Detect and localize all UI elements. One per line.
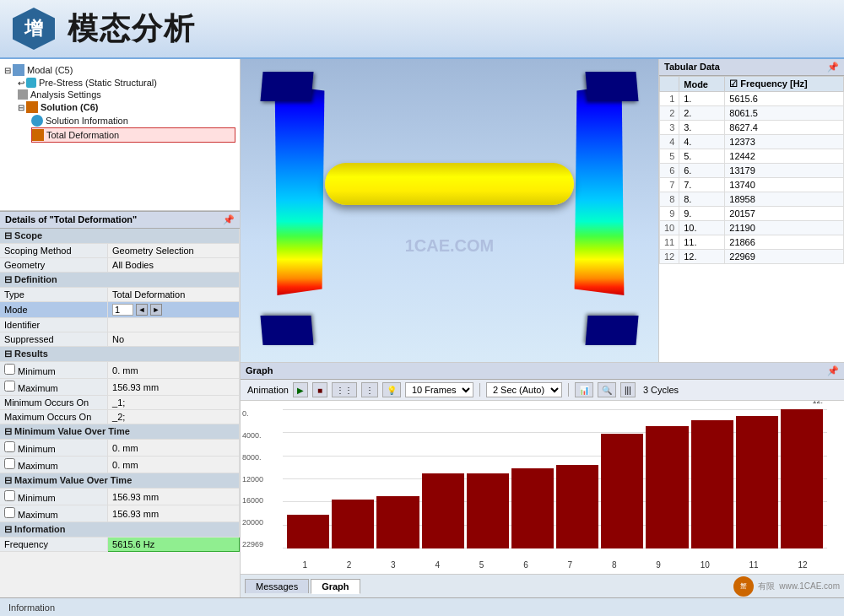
label-geometry: Geometry	[0, 258, 108, 273]
tabular-data-panel: Tabular Data 📌 Mode ☑ Frequency [Hz] 11.…	[658, 59, 844, 362]
tree-label-modal: Modal (C5)	[27, 65, 73, 75]
row-frequency: Frequency 5615.6 Hz	[0, 538, 240, 552]
peaks-btn[interactable]: |||	[620, 382, 636, 397]
graph-pin-icon: 📌	[827, 365, 839, 376]
value-type: Total Deformation	[108, 288, 240, 302]
header-hex-label: 增	[24, 16, 43, 41]
header-hex-icon: 增	[13, 8, 55, 50]
row-freq: 5615.6	[725, 92, 844, 106]
mintime-min-checkbox[interactable]	[4, 441, 15, 452]
x-label-2: 2	[347, 560, 352, 570]
tree-item-solution-info[interactable]: Solution Information	[31, 114, 235, 127]
minimum-checkbox[interactable]	[4, 364, 15, 375]
tree-item-solution[interactable]: ⊟ Solution (C6)	[18, 100, 235, 114]
tab-messages[interactable]: Messages	[245, 579, 309, 593]
row-mode: 3.	[679, 121, 725, 135]
viewport-3d[interactable]: 1CAE.COM	[241, 59, 658, 362]
row-freq: 12373	[725, 135, 844, 149]
row-mode: 5.	[679, 149, 725, 164]
x-label-7: 7	[568, 560, 573, 570]
label-maxtime-min: Minimum	[0, 489, 108, 505]
sec-select[interactable]: 2 Sec (Auto) 1 Sec 3 Sec	[486, 382, 562, 397]
row-mode: 12.	[679, 250, 725, 264]
mode-next-btn[interactable]: ►	[150, 304, 162, 316]
row-freq: 13740	[725, 178, 844, 192]
tree-item-total-deform[interactable]: Total Deformation	[31, 127, 235, 143]
block-tl	[260, 72, 313, 101]
tabular-row: 22.8061.5	[660, 106, 844, 121]
watermark-text2: www.1CAE.com	[779, 581, 840, 591]
frames-select[interactable]: 10 Frames 5 Frames 20 Frames	[405, 382, 473, 397]
y-label-max: 22969	[242, 540, 283, 548]
tabular-row: 1010.21190	[660, 221, 844, 235]
tree-item-prestress[interactable]: ↩ Pre-Stress (Static Structural)	[18, 77, 235, 89]
row-freq: 13179	[725, 164, 844, 178]
value-max-occurs: _2;	[108, 410, 240, 424]
mode-prev-btn[interactable]: ◄	[136, 304, 148, 316]
x-label-5: 5	[479, 560, 484, 570]
tree-item-analysis[interactable]: Analysis Settings	[18, 89, 235, 100]
row-type: Type Total Deformation	[0, 288, 240, 302]
watermark-logo: 蟹	[733, 576, 754, 597]
section-max-over-time: ⊟ Maximum Value Over Time	[0, 473, 240, 489]
solution-icon	[26, 101, 38, 113]
row-maxtime-min: Minimum 156.93 mm	[0, 489, 240, 505]
row-num: 8	[660, 192, 679, 207]
tab-graph[interactable]: Graph	[311, 579, 360, 594]
tree-label-solution: Solution (C6)	[41, 102, 98, 112]
row-mode: 8.	[679, 192, 725, 207]
tabular-body: 11.5615.622.8061.533.8627.444.1237355.12…	[660, 92, 844, 264]
row-freq: 8061.5	[725, 106, 844, 121]
animation-toolbar: Animation ▶ ■ ⋮⋮ ⋮ 💡 10 Frames 5 Frames …	[241, 380, 844, 401]
row-scoping-method: Scoping Method Geometry Selection	[0, 244, 240, 258]
zoom-btn[interactable]: 🔍	[598, 382, 616, 397]
tabular-pin-icon: 📌	[827, 62, 839, 73]
top-right-area: 1CAE.COM Tabular Data 📌 Mode ☑ Frequency…	[241, 59, 844, 363]
x-label-11: 11	[749, 560, 759, 570]
bottom-bar-text: Information	[8, 602, 55, 613]
block-bl	[260, 316, 313, 345]
light-icon[interactable]: 💡	[382, 382, 401, 397]
graph-bar	[736, 416, 778, 548]
frame-layout-btn[interactable]: ⋮⋮	[332, 382, 357, 397]
frame-layout2-btn[interactable]: ⋮	[361, 382, 378, 397]
tabular-row: 55.12442	[660, 149, 844, 164]
right-member	[570, 84, 629, 295]
value-mode[interactable]: ◄ ►	[108, 302, 240, 318]
row-mode: 4.	[679, 135, 725, 149]
value-mintime-min: 0. mm	[108, 440, 240, 457]
row-num: 12	[660, 250, 679, 264]
left-member	[270, 84, 329, 295]
y-label-5: 20000	[242, 518, 283, 527]
tabular-row: 99.20157	[660, 207, 844, 221]
section-header-results: ⊟ Results	[0, 347, 240, 362]
section-definition: ⊟ Definition	[0, 273, 240, 288]
graph-canvas: 22969 20000 16000 12000 8000. 4000. 0.	[241, 401, 844, 574]
row-freq: 20157	[725, 207, 844, 221]
modal-icon	[13, 64, 24, 76]
export-btn[interactable]: 📊	[575, 382, 593, 397]
maxtime-min-checkbox[interactable]	[4, 490, 15, 501]
mintime-max-checkbox[interactable]	[4, 458, 15, 469]
graph-bar	[467, 473, 509, 548]
maximum-checkbox[interactable]	[4, 381, 15, 392]
mode-input[interactable]	[112, 304, 133, 316]
section-header-definition: ⊟ Definition	[0, 273, 240, 288]
row-freq: 8627.4	[725, 121, 844, 135]
prestress-icon	[26, 78, 36, 88]
tree-label-solutioninfo: Solution Information	[46, 116, 128, 126]
play-button[interactable]: ▶	[293, 382, 308, 397]
section-header-scope: ⊟ Scope	[0, 229, 240, 244]
toolbar-divider1	[479, 383, 480, 397]
label-max-occurs: Maximum Occurs On	[0, 410, 108, 424]
tree-label-prestress: Pre-Stress (Static Structural)	[39, 78, 157, 88]
maxtime-max-checkbox[interactable]	[4, 507, 15, 518]
tree-item-modal[interactable]: ⊟ Modal (C5)	[4, 63, 235, 77]
details-title-text: Details of "Total Deformation"	[5, 214, 137, 225]
bottom-bar: Information	[0, 597, 844, 616]
x-label-3: 3	[391, 560, 396, 570]
row-geometry: Geometry All Bodies	[0, 258, 240, 273]
stop-button[interactable]: ■	[312, 382, 327, 397]
block-br	[585, 316, 638, 345]
value-mintime-max: 0. mm	[108, 457, 240, 473]
